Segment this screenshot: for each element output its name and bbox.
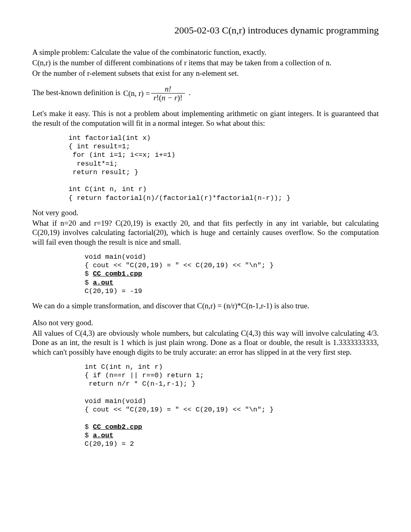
definition-tail: . xyxy=(189,88,191,97)
paragraph-easy: Let's make it easy. This is not a proble… xyxy=(32,109,379,128)
not-very-good-2: Also not very good. xyxy=(32,318,379,328)
intro-line-3: Or the number of r-element subsets that … xyxy=(32,69,379,78)
definition-lead: The best-known definition is xyxy=(32,88,122,97)
paragraph-transform: We can do a simple transformation, and d… xyxy=(32,301,379,311)
formula-cnr: C(n, r) = n! r!(n − r)! xyxy=(123,85,186,102)
code-block-2: void main(void) { cout << "C(20,19) = " … xyxy=(85,253,379,295)
intro-line-2: C(n,r) is the number of different combin… xyxy=(32,58,379,68)
page-title: 2005-02-03 C(n,r) introduces dynamic pro… xyxy=(32,24,379,36)
intro-line-1: A simple problem: Calculate the value of… xyxy=(32,48,379,57)
not-very-good-1: Not very good. xyxy=(32,208,379,218)
code-block-3: int C(int n, int r) { if (n==r || r==0) … xyxy=(85,363,379,449)
code-block-1: int factorial(int x) { int result=1; for… xyxy=(68,134,379,202)
paragraph-overflow: What if n=20 and r=19? C(20,19) is exact… xyxy=(32,218,379,247)
definition-line: The best-known definition is C(n, r) = n… xyxy=(32,85,379,102)
paragraph-fraction: All values of C(4,3) are obviously whole… xyxy=(32,328,379,357)
